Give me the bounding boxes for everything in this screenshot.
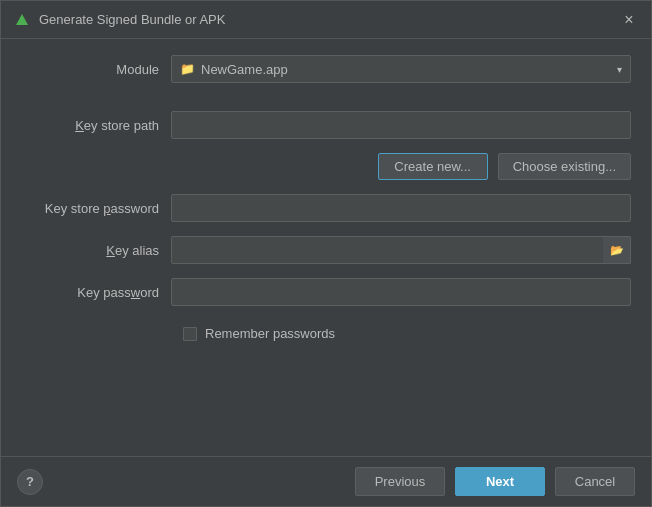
dialog-title: Generate Signed Bundle or APK	[39, 12, 619, 27]
dialog-footer: ? Previous Next Cancel	[1, 456, 651, 506]
help-button[interactable]: ?	[17, 469, 43, 495]
create-new-button[interactable]: Create new...	[378, 153, 488, 180]
chevron-down-icon: ▾	[617, 64, 622, 75]
module-row: Module 📁 NewGame.app ▾	[21, 55, 631, 83]
cancel-button[interactable]: Cancel	[555, 467, 635, 496]
dialog-icon	[13, 11, 31, 29]
dialog-content: Module 📁 NewGame.app ▾ Key store path Cr…	[1, 39, 651, 456]
footer-action-buttons: Previous Next Cancel	[355, 467, 635, 496]
key-alias-label-text: Key alias	[106, 243, 159, 258]
keystore-password-input[interactable]	[171, 194, 631, 222]
keystore-password-label: Key store password	[21, 201, 171, 216]
module-select-content: 📁 NewGame.app	[180, 62, 288, 77]
generate-signed-bundle-dialog: Generate Signed Bundle or APK × Module 📁…	[0, 0, 652, 507]
module-select[interactable]: 📁 NewGame.app ▾	[171, 55, 631, 83]
key-password-input[interactable]	[171, 278, 631, 306]
title-bar: Generate Signed Bundle or APK ×	[1, 1, 651, 39]
close-button[interactable]: ×	[619, 10, 639, 30]
keystore-action-buttons: Create new... Choose existing...	[183, 153, 631, 180]
key-password-row: Key password	[21, 278, 631, 306]
remember-passwords-label[interactable]: Remember passwords	[205, 326, 335, 341]
keystore-password-label-text: Key store password	[45, 201, 159, 216]
choose-existing-button[interactable]: Choose existing...	[498, 153, 631, 180]
key-password-label: Key password	[21, 285, 171, 300]
module-folder-icon: 📁	[180, 62, 195, 76]
keystore-password-row: Key store password	[21, 194, 631, 222]
key-alias-row: Key alias 📂	[21, 236, 631, 264]
keystore-path-label-text: Key store path	[75, 118, 159, 133]
keystore-path-input[interactable]	[171, 111, 631, 139]
browse-folder-icon: 📂	[610, 244, 624, 257]
key-alias-input[interactable]	[171, 236, 631, 264]
key-alias-wrapper: 📂	[171, 236, 631, 264]
key-alias-label: Key alias	[21, 243, 171, 258]
keystore-path-row: Key store path	[21, 111, 631, 139]
remember-passwords-row: Remember passwords	[183, 326, 631, 341]
module-label: Module	[21, 62, 171, 77]
previous-button[interactable]: Previous	[355, 467, 445, 496]
next-button[interactable]: Next	[455, 467, 545, 496]
alias-browse-button[interactable]: 📂	[603, 236, 631, 264]
module-value: NewGame.app	[201, 62, 288, 77]
svg-marker-0	[16, 14, 28, 25]
remember-passwords-checkbox[interactable]	[183, 327, 197, 341]
keystore-path-label: Key store path	[21, 118, 171, 133]
key-password-label-text: Key password	[77, 285, 159, 300]
